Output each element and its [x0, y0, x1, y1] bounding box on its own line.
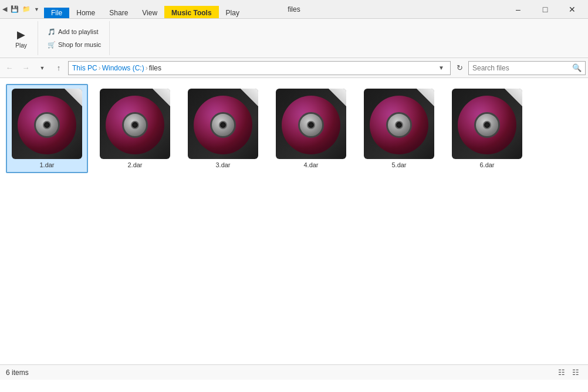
play-icon: ▶: [17, 28, 25, 41]
disc-hole: [43, 121, 51, 129]
tab-home[interactable]: Home: [69, 6, 102, 18]
disc-hub: [386, 112, 412, 138]
disc-hole: [307, 121, 315, 129]
ribbon: ▶ Play 🎵 Add to playlist 🛒 Shop for musi…: [0, 19, 588, 58]
file-grid: 1.dar 2.dar 3.dar: [6, 84, 582, 359]
back-button[interactable]: ←: [2, 61, 16, 75]
shop-icon: 🛒: [48, 41, 56, 49]
file-name: 2.dar: [127, 161, 142, 168]
main-content: 1.dar 2.dar 3.dar: [0, 78, 588, 364]
tab-share[interactable]: Share: [102, 6, 135, 18]
sep2: ›: [146, 64, 148, 72]
disc-hole: [483, 121, 491, 129]
file-item[interactable]: 6.dar: [446, 84, 528, 173]
dar-file-icon: [188, 89, 258, 159]
tab-play[interactable]: Play: [219, 6, 246, 18]
disc-hub: [474, 112, 500, 138]
dar-file-icon: [12, 89, 82, 159]
save-icon: 💾: [11, 5, 19, 13]
disc-center: [370, 96, 428, 154]
tab-view[interactable]: View: [135, 6, 164, 18]
file-item[interactable]: 1.dar: [6, 84, 88, 173]
play-button[interactable]: ▶ Play: [9, 26, 33, 51]
dar-file-icon: [452, 89, 522, 159]
disc-hole: [131, 121, 139, 129]
file-name: 1.dar: [39, 161, 54, 168]
recent-locations-button[interactable]: ▼: [35, 61, 49, 75]
close-button[interactable]: ✕: [559, 0, 586, 19]
search-box[interactable]: 🔍: [468, 61, 586, 75]
window-title: files: [288, 5, 300, 13]
folder-icon: 📁: [22, 5, 31, 13]
playlist-icon: 🎵: [48, 28, 56, 36]
disc-center: [194, 96, 252, 154]
disc-hub: [34, 112, 60, 138]
disc-hole: [395, 121, 403, 129]
add-playlist-label: Add to playlist: [58, 28, 98, 35]
disc-hub: [298, 112, 324, 138]
windows-c-crumb[interactable]: Windows (C:): [102, 64, 144, 72]
disc-hub: [210, 112, 236, 138]
dar-file-icon: [364, 89, 434, 159]
dar-file-icon: [276, 89, 346, 159]
ribbon-tab-bar: File Home Share View Music Tools Play: [44, 0, 505, 18]
file-item[interactable]: 5.dar: [358, 84, 440, 173]
details-view-button[interactable]: ☷: [555, 366, 568, 379]
maximize-button[interactable]: □: [532, 0, 559, 19]
statusbar: 6 items ☷ ☷: [0, 364, 588, 380]
file-item[interactable]: 4.dar: [270, 84, 352, 173]
disc-center: [106, 96, 164, 154]
disc-center: [18, 96, 76, 154]
view-buttons: ☷ ☷: [555, 366, 582, 379]
window-controls: – □ ✕: [505, 0, 586, 19]
disc-center: [282, 96, 340, 154]
search-icon: 🔍: [569, 63, 585, 72]
back-arrow-icon: ◀: [2, 5, 7, 13]
file-item[interactable]: 3.dar: [182, 84, 264, 173]
this-pc-crumb[interactable]: This PC: [72, 64, 97, 72]
address-dropdown-button[interactable]: ▼: [436, 65, 447, 71]
file-name: 6.dar: [479, 161, 494, 168]
shop-button[interactable]: 🛒 Shop for music: [44, 39, 104, 50]
titlebar-system-icons: ◀ 💾 📁 ▼: [2, 5, 39, 13]
minimize-button[interactable]: –: [505, 0, 532, 19]
current-folder-crumb: files: [149, 64, 161, 72]
item-count: 6 items: [6, 369, 29, 377]
sep1: ›: [99, 64, 101, 72]
file-name: 4.dar: [303, 161, 318, 168]
up-button[interactable]: ↑: [52, 61, 66, 75]
large-icons-view-button[interactable]: ☷: [569, 366, 582, 379]
tab-file[interactable]: File: [44, 8, 69, 18]
ribbon-btn-row: 🎵 Add to playlist 🛒 Shop for music: [44, 26, 104, 50]
disc-hole: [219, 121, 227, 129]
ribbon-group-misc: 🎵 Add to playlist 🛒 Shop for music: [39, 21, 110, 55]
disc-center: [458, 96, 516, 154]
add-to-playlist-button[interactable]: 🎵 Add to playlist: [44, 26, 104, 38]
disc-hub: [122, 112, 148, 138]
forward-button[interactable]: →: [19, 61, 33, 75]
dropdown-arrow-icon[interactable]: ▼: [34, 6, 39, 12]
file-name: 5.dar: [391, 161, 406, 168]
file-name: 3.dar: [215, 161, 230, 168]
refresh-button[interactable]: ↻: [453, 63, 466, 72]
ribbon-group-play: ▶ Play: [5, 21, 38, 55]
dar-file-icon: [100, 89, 170, 159]
titlebar: ◀ 💾 📁 ▼ File Home Share View Music Tools…: [0, 0, 588, 19]
play-label: Play: [15, 42, 26, 49]
search-input[interactable]: [469, 64, 569, 72]
addressbar: ← → ▼ ↑ This PC › Windows (C:) › files ▼…: [0, 58, 588, 78]
shop-label: Shop for music: [58, 41, 101, 48]
tab-music-tools[interactable]: Music Tools: [164, 6, 218, 18]
ribbon-content: ▶ Play 🎵 Add to playlist 🛒 Shop for musi…: [0, 19, 588, 58]
file-item[interactable]: 2.dar: [94, 84, 176, 173]
address-box[interactable]: This PC › Windows (C:) › files ▼: [68, 61, 451, 75]
